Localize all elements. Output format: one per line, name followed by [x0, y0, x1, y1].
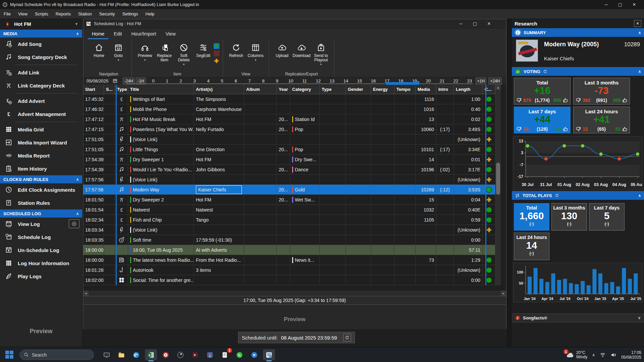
scheduled-until-refresh-icon[interactable] — [343, 334, 351, 342]
thumb-down-icon[interactable] — [576, 98, 581, 103]
ribbon-button-replace-item[interactable]: Replace Item — [155, 41, 174, 62]
sidebar-section-media[interactable]: MEDIA∧ — [0, 29, 82, 38]
taskbar-clock[interactable]: 17:05 05/08/2025 — [621, 350, 641, 360]
tab-hour-import[interactable]: Hour/Import — [127, 29, 160, 39]
timeline-plus-1h-button[interactable]: +1H — [476, 77, 486, 84]
table-row[interactable]: 18:01:50Dry Sweeper 2Hot FM20...Wet Sw..… — [83, 195, 495, 205]
thumb-down-icon[interactable] — [576, 126, 581, 132]
wifi-icon[interactable] — [600, 352, 606, 358]
table-row[interactable]: 18:02:34£Fish and ChipTango11050:59 — [83, 215, 495, 225]
table-row[interactable]: 17:57:56Modern WayKaiser Chiefs20...Gold… — [83, 185, 495, 195]
plays-card-last-24-hours[interactable]: Last 24 hours14(-) — [514, 233, 549, 260]
panel-splitter[interactable] — [506, 19, 512, 347]
ribbon-button-upload[interactable]: Upload — [272, 41, 292, 58]
sidebar-section-clocks-and-rules[interactable]: CLOCKS AND RULES∧ — [0, 175, 82, 183]
sidebar-item-schedule-log[interactable]: Schedule Log — [0, 231, 82, 244]
timeline-track[interactable] — [126, 83, 473, 84]
sidebar-item-view-log[interactable]: View Log — [0, 218, 82, 231]
voting-card-last-7-days[interactable]: Last 7 days+4442(128)86 — [514, 107, 571, 133]
songfacts-section-header[interactable]: Songfacts® ∨ — [512, 313, 644, 322]
timeline-calendar-icon[interactable]: 12 — [113, 78, 117, 83]
excel-icon[interactable]: X — [145, 349, 157, 360]
table-row[interactable]: 18:02:00Social: Time for another gre...0… — [83, 275, 495, 285]
media-player-icon[interactable] — [248, 349, 260, 360]
ribbon-button-home[interactable]: Home — [89, 41, 109, 58]
green-status-swatch[interactable] — [214, 43, 219, 49]
sidebar-item-station-rules[interactable]: Station Rules — [0, 196, 82, 209]
sidebar-item-add-song[interactable]: Add Song — [0, 38, 82, 51]
table-row[interactable]: 17:47:15Powerless (Say What You W...Nell… — [83, 124, 495, 134]
log-minimize-icon[interactable]: ─ — [454, 19, 468, 28]
sidebar-item-link-category-deck[interactable]: Link Category Deck — [0, 79, 82, 92]
table-row[interactable]: 17:57:56(Voice Link)(Unknown) — [83, 175, 495, 185]
sidebar-item-edit-clock-assignments[interactable]: Edit Clock Assignments — [0, 183, 82, 196]
station-dropdown-icon[interactable]: ▼ — [75, 22, 78, 26]
thumb-up-icon[interactable] — [563, 98, 568, 103]
table-row[interactable]: 18:01:28AutoHook3 items(Unknown) — [83, 265, 495, 275]
ribbon-button-send-to-playout[interactable]: Send to Playout▼ — [311, 41, 331, 66]
summary-collapse-icon[interactable]: ∧ — [638, 31, 641, 35]
file-explorer-icon[interactable] — [115, 349, 127, 360]
close-icon[interactable]: ✕ — [627, 0, 641, 9]
voting-card-last-3-months[interactable]: Last 3 months-73382(691)309 — [573, 78, 630, 105]
task-view-icon[interactable] — [101, 349, 113, 360]
horizontal-scrollbar[interactable]: ◂ ▸ — [83, 291, 506, 296]
table-row[interactable]: 18:03:35Soft time17:59:59 (-01:30)0:00 — [83, 235, 495, 245]
ribbon-button-soft-delete[interactable]: Soft Delete▼ — [174, 41, 194, 66]
scroll-left-icon[interactable]: ◂ — [83, 291, 89, 296]
table-row[interactable]: 18:00:00The latest news from Radio...Fro… — [83, 255, 495, 265]
app-dark-red-icon[interactable] — [189, 349, 201, 360]
volume-icon[interactable] — [610, 352, 616, 358]
myriad-schedule-icon[interactable] — [263, 349, 275, 360]
red-swatch[interactable] — [214, 51, 219, 56]
menu-item-security[interactable]: Security — [96, 9, 119, 19]
pinned-app-icon[interactable] — [204, 349, 216, 360]
plus-swatch[interactable] — [214, 58, 219, 64]
vertical-scroll-thumb[interactable] — [496, 163, 500, 195]
ribbon-button-refresh[interactable]: Refresh — [226, 41, 246, 58]
plays-card-last-3-months[interactable]: Last 3 months130(-) — [551, 203, 587, 231]
sidebar-item-advert-management[interactable]: £Advert Management — [0, 108, 82, 121]
tab-home[interactable]: Home — [88, 29, 108, 39]
table-row[interactable]: 17:45:32£Writings of BartThe Simpsons111… — [83, 94, 495, 104]
view-log-add-button[interactable] — [69, 219, 79, 228]
voting-card-last-24-hours[interactable]: Last 24 hours+4112(65)53 — [573, 107, 630, 133]
sidebar-item-add-link[interactable]: Add Link — [0, 66, 82, 79]
plays-card-last-7-days[interactable]: Last 7 days5(-) — [589, 203, 625, 231]
artist-edit-field[interactable]: Kaiser Chiefs — [196, 185, 242, 194]
menu-item-settings[interactable]: Settings — [119, 9, 142, 19]
table-row[interactable]: 18:03:34(Voice Link)(Unknown) — [83, 225, 495, 235]
table-row[interactable]: 17:51:05Little ThingsOne Direction20...P… — [83, 144, 495, 155]
obs-icon[interactable] — [174, 349, 186, 360]
menu-item-help[interactable]: Help — [142, 9, 158, 19]
table-row[interactable]: 18:01:54£NatwestNatwest10320:40E — [83, 205, 495, 215]
minimize-icon[interactable]: ─ — [599, 0, 613, 9]
sidebar-item-song-category-deck[interactable]: Song Category Deck — [0, 51, 82, 64]
total-plays-refresh-icon[interactable] — [555, 193, 559, 198]
voting-collapse-icon[interactable]: ∧ — [638, 69, 641, 74]
tab-view[interactable]: View — [161, 29, 179, 39]
start-button[interactable] — [5, 351, 14, 359]
ribbon-button-goto[interactable]: 12Goto▼ — [109, 41, 128, 62]
whatsapp-icon[interactable] — [233, 349, 246, 360]
sidebar-item-un-schedule-log[interactable]: Un-Schedule Log — [0, 244, 82, 257]
thumb-down-icon[interactable] — [516, 126, 522, 132]
table-row[interactable]: 17:46:32£Mobli the PhoneCarphone Warehou… — [83, 104, 495, 114]
table-row[interactable]: 17:54:39Would I Lie To You <Radio...John… — [83, 165, 495, 175]
total-plays-section-header[interactable]: TOTAL PLAYS ∧ — [512, 191, 644, 200]
plays-card-total[interactable]: Total1,660(-) — [514, 203, 549, 231]
menu-item-scripts[interactable]: Scripts — [31, 9, 52, 19]
menu-item-file[interactable]: File — [0, 9, 14, 19]
thumb-up-icon[interactable] — [622, 98, 628, 103]
menu-item-station[interactable]: Station — [74, 9, 95, 19]
vertical-scrollbar[interactable]: ▲ — [495, 85, 501, 285]
tray-expand-icon[interactable]: ∧ — [592, 353, 595, 357]
weather-widget[interactable]: 1 20°CWindy — [566, 351, 587, 359]
ribbon-button-download[interactable]: Download — [292, 41, 311, 58]
sidebar-item-log-hour-information[interactable]: Log Hour Information — [0, 257, 82, 270]
tab-edit[interactable]: Edit — [110, 29, 126, 39]
ribbon-button-segedit[interactable]: SegEdit — [194, 41, 213, 58]
sidebar-item-play-logs[interactable]: Play Logs — [0, 270, 82, 283]
total-plays-collapse-icon[interactable]: ∧ — [638, 193, 641, 198]
scroll-up-icon[interactable]: ▲ — [495, 85, 501, 90]
